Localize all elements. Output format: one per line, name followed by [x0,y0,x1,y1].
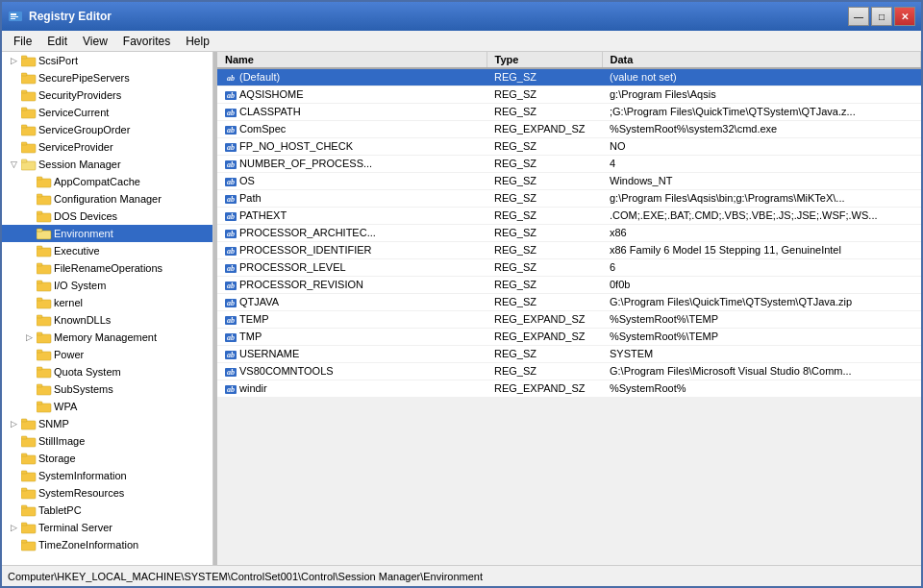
reg-type-icon: ab [225,74,237,83]
registry-table-scroll[interactable]: Name Type Data ab(Default)REG_SZ(value n… [217,52,921,565]
col-header-data[interactable]: Data [602,52,921,68]
tree-item-securityproviders[interactable]: ▷ SecurityProviders [2,86,212,104]
cell-data: ;G:\Program Files\QuickTime\QTSystem\QTJ… [602,103,921,120]
cell-type: REG_SZ [486,362,602,380]
cell-type: REG_SZ [486,103,602,120]
minimize-button[interactable]: — [848,7,869,26]
tree-item-configurationmanager[interactable]: ▷ Configuration Manager [2,190,212,208]
tree-label-appcompatcache: AppCompatCache [54,173,140,190]
reg-type-icon: ab [225,247,237,256]
table-row[interactable]: abwindirREG_EXPAND_SZ%SystemRoot% [217,380,921,397]
cell-type: REG_SZ [486,155,602,172]
cell-name: abwindir [217,380,486,397]
tree-item-timezoneinformation[interactable]: ▷ TimeZoneInformation [2,536,212,553]
folder-icon-knowndlls [37,313,52,327]
tree-item-systemresources[interactable]: ▷ SystemResources [2,484,212,502]
table-row[interactable]: abComSpecREG_EXPAND_SZ%SystemRoot%\syste… [217,120,921,137]
menu-help[interactable]: Help [178,33,217,50]
folder-icon-storage [21,452,37,465]
tree-item-servicecurrent[interactable]: ▷ ServiceCurrent [2,104,212,121]
tree-item-snmp[interactable]: ▷ SNMP [2,415,212,432]
tree-item-appcompatcache[interactable]: ▷ AppCompatCache [2,173,212,190]
table-row[interactable]: abPathREG_SZg:\Program Files\Aqsis\bin;g… [217,189,921,207]
tree-item-securepipeservers[interactable]: ▷ SecurePipeServers [2,69,212,86]
cell-type: REG_SZ [486,172,602,189]
expand-snmp[interactable]: ▷ [6,416,21,431]
tree-item-quotasystem[interactable]: ▷ Quota System [2,363,212,380]
table-row[interactable]: abQTJAVAREG_SZG:\Program Files\QuickTime… [217,293,921,310]
menu-edit[interactable]: Edit [39,33,75,50]
expand-scsiport[interactable]: ▷ [6,53,21,68]
svg-rect-52 [21,453,27,456]
tree-item-wpa[interactable]: ▷ WPA [2,398,212,415]
table-row[interactable]: abFP_NO_HOST_CHECKREG_SZNO [217,137,921,155]
cell-type: REG_SZ [486,86,602,103]
tree-label-snmp: SNMP [38,415,69,432]
tree-item-knowndlls[interactable]: ▷ KnownDLLs [2,311,212,329]
table-row[interactable]: abPATHEXTREG_SZ.COM;.EXE;.BAT;.CMD;.VBS;… [217,207,921,224]
table-row[interactable]: abOSREG_SZWindows_NT [217,172,921,189]
table-row[interactable]: abCLASSPATHREG_SZ;G:\Program Files\Quick… [217,103,921,120]
table-row[interactable]: abPROCESSOR_REVISIONREG_SZ0f0b [217,276,921,293]
table-row[interactable]: abVS80COMNTOOLSREG_SZG:\Program Files\Mi… [217,362,921,380]
tree-label-serviceprovider: ServiceProvider [38,138,113,156]
tree-item-servicegrouporder[interactable]: ▷ ServiceGroupOrder [2,121,212,138]
tree-label-iosystem: I/O System [54,277,106,294]
table-row[interactable]: abPROCESSOR_IDENTIFIERREG_SZx86 Family 6… [217,241,921,258]
tree-item-tabletpc[interactable]: ▷ TabletPC [2,502,212,519]
menu-file[interactable]: File [6,33,39,50]
tree-label-filerenameoperations: FileRenameOperations [54,259,162,277]
tree-item-stillimage[interactable]: ▷ StillImage [2,432,212,450]
expand-sessionmanager[interactable]: ▽ [6,157,21,172]
folder-icon-dosdevices [37,209,52,223]
tree-item-kernel[interactable]: ▷ kernel [2,294,212,311]
cell-type: REG_SZ [486,224,602,241]
tree-item-storage[interactable]: ▷ Storage [2,450,212,467]
svg-rect-57 [21,507,36,516]
menu-view[interactable]: View [75,33,115,50]
svg-rect-46 [37,402,42,404]
table-row[interactable]: abTMPREG_EXPAND_SZ%SystemRoot%\TEMP [217,328,921,345]
expand-memorymanagement[interactable]: ▷ [21,330,37,345]
cell-name: abPROCESSOR_IDENTIFIER [217,241,486,258]
tree-item-dosdevices[interactable]: ▷ DOS Devices [2,208,212,225]
tree-item-filerenameoperations[interactable]: ▷ FileRenameOperations [2,259,212,277]
tree-item-systeminformation[interactable]: ▷ SystemInformation [2,467,212,484]
table-row[interactable]: abUSERNAMEREG_SZSYSTEM [217,345,921,362]
tree-item-sessionmanager[interactable]: ▽ Session Manager [2,156,212,173]
table-row[interactable]: abPROCESSOR_ARCHITEC...REG_SZx86 [217,224,921,241]
folder-icon-sessionmanager [21,158,37,171]
table-row[interactable]: ab(Default)REG_SZ(value not set) [217,68,921,86]
svg-rect-13 [21,127,36,135]
cell-name: abUSERNAME [217,345,486,362]
svg-rect-22 [37,194,42,197]
tree-content[interactable]: ▷ ScsiPort ▷ SecurePipeServers ▷ [2,52,212,553]
tree-item-environment[interactable]: ▷ Environment [2,225,212,242]
cell-type: REG_SZ [486,293,602,310]
maximize-button[interactable]: □ [871,7,892,26]
svg-rect-27 [37,248,51,257]
col-header-type[interactable]: Type [486,52,602,68]
cell-data: 4 [602,155,921,172]
tree-label-scsiport: ScsiPort [38,52,78,69]
tree-item-iosystem[interactable]: ▷ I/O System [2,277,212,294]
tree-item-memorymanagement[interactable]: ▷ Memory Management [2,329,212,346]
svg-rect-60 [21,523,27,526]
col-header-name[interactable]: Name [217,52,486,68]
tree-item-serviceprovider[interactable]: ▷ ServiceProvider [2,138,212,156]
tree-item-power[interactable]: ▷ Power [2,346,212,363]
table-row[interactable]: abTEMPREG_EXPAND_SZ%SystemRoot%\TEMP [217,310,921,328]
cell-data: G:\Program Files\Microsoft Visual Studio… [602,362,921,380]
tree-item-executive[interactable]: ▷ Executive [2,242,212,259]
expand-terminalserver[interactable]: ▷ [6,520,21,535]
cell-type: REG_EXPAND_SZ [486,328,602,345]
tree-item-subsystems[interactable]: ▷ SubSystems [2,380,212,398]
tree-item-terminalserver[interactable]: ▷ Terminal Server [2,519,212,536]
table-row[interactable]: abPROCESSOR_LEVELREG_SZ6 [217,258,921,276]
tree-item-scsiport[interactable]: ▷ ScsiPort [2,52,212,69]
close-button[interactable]: ✕ [894,7,915,26]
cell-data: g:\Program Files\Aqsis\bin;g:\Programs\M… [602,189,921,207]
menu-favorites[interactable]: Favorites [115,33,178,50]
table-row[interactable]: abNUMBER_OF_PROCESS...REG_SZ4 [217,155,921,172]
table-row[interactable]: abAQSISHOMEREG_SZg:\Program Files\Aqsis [217,86,921,103]
